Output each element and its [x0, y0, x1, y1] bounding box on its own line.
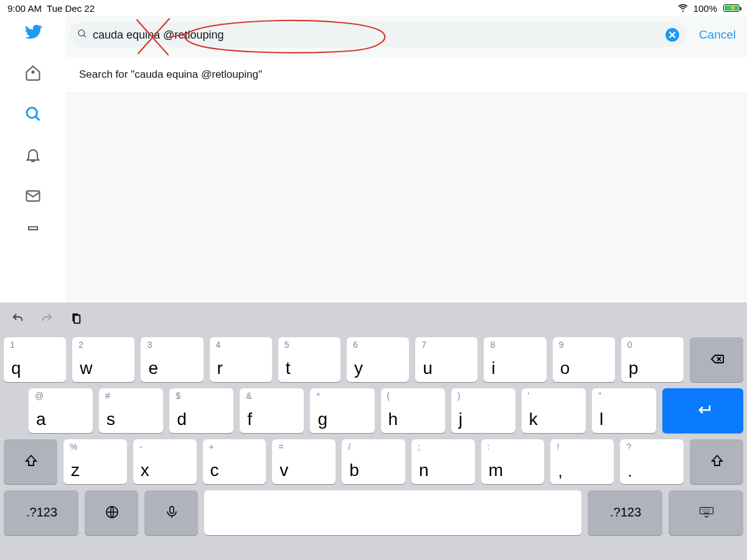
key-dictation[interactable] — [144, 490, 198, 535]
status-bar: 9:00 AM Tue Dec 22 100% ⚡ — [0, 0, 747, 16]
key-enter[interactable] — [662, 388, 743, 433]
svg-rect-9 — [74, 315, 80, 324]
clear-input-icon[interactable] — [665, 28, 679, 42]
battery-icon: ⚡ — [722, 4, 740, 12]
key-j[interactable]: )j — [451, 388, 515, 433]
key-g[interactable]: *g — [310, 388, 374, 433]
battery-percent: 100% — [693, 3, 717, 14]
bookmarks-icon[interactable] — [24, 224, 42, 243]
key-z[interactable]: %z — [63, 439, 127, 484]
search-suggestion[interactable]: Search for "cauda equina @retlouping" — [65, 57, 747, 93]
key-f[interactable]: &f — [240, 388, 304, 433]
key-space[interactable] — [204, 490, 581, 535]
key-l[interactable]: "l — [592, 388, 656, 433]
key-t[interactable]: 5t — [278, 337, 341, 382]
key-globe[interactable] — [85, 490, 138, 535]
key-a[interactable]: @a — [29, 388, 93, 433]
key-shift-right[interactable] — [690, 439, 743, 484]
search-icon — [77, 28, 88, 42]
status-time: 9:00 AM — [7, 3, 42, 14]
onscreen-keyboard: 1q2w3e4r5t6y7u8i9o0p @a#s$d&f*g(h)j'k"l … — [0, 302, 747, 560]
key-w[interactable]: 2w — [72, 337, 134, 382]
key-i[interactable]: 8i — [484, 337, 546, 382]
cancel-button[interactable]: Cancel — [699, 28, 736, 42]
key-v[interactable]: =v — [272, 439, 336, 484]
search-topbar: Cancel — [65, 16, 747, 57]
svg-point-4 — [78, 30, 85, 36]
key-q[interactable]: 1q — [4, 337, 66, 382]
undo-icon[interactable] — [11, 312, 25, 325]
key-d[interactable]: $d — [169, 388, 233, 433]
key-m[interactable]: :m — [481, 439, 545, 484]
key-r[interactable]: 4r — [210, 337, 272, 382]
search-input[interactable] — [93, 29, 660, 42]
wifi-icon — [677, 2, 688, 15]
key-y[interactable]: 6y — [347, 337, 409, 382]
key-o[interactable]: 9o — [553, 337, 615, 382]
key-p[interactable]: 0p — [621, 337, 684, 382]
key-numbers-left[interactable]: .?123 — [4, 490, 78, 535]
key-u[interactable]: 7u — [415, 337, 477, 382]
key-dismiss-keyboard[interactable] — [669, 490, 743, 535]
svg-rect-13 — [170, 506, 174, 513]
clipboard-icon[interactable] — [68, 312, 82, 325]
redo-icon[interactable] — [40, 312, 54, 325]
svg-point-1 — [27, 108, 37, 118]
notifications-icon[interactable] — [24, 146, 42, 164]
home-icon[interactable] — [24, 63, 42, 82]
key-backspace[interactable] — [690, 337, 743, 382]
key-c[interactable]: +c — [203, 439, 266, 484]
key-x[interactable]: -x — [133, 439, 197, 484]
key-h[interactable]: (h — [381, 388, 445, 433]
key-s[interactable]: #s — [99, 388, 163, 433]
search-nav-icon[interactable] — [24, 105, 42, 123]
key-.[interactable]: ?. — [620, 439, 684, 484]
twitter-logo-icon[interactable] — [24, 22, 42, 41]
key-shift-left[interactable] — [4, 439, 57, 484]
key-,[interactable]: !, — [550, 439, 614, 484]
key-numbers-right[interactable]: .?123 — [588, 490, 662, 535]
key-b[interactable]: /b — [342, 439, 405, 484]
keyboard-toolbar — [0, 302, 747, 335]
svg-line-2 — [35, 116, 39, 120]
svg-point-0 — [32, 71, 34, 73]
messages-icon[interactable] — [24, 187, 42, 205]
key-n[interactable]: ;n — [411, 439, 475, 484]
search-field-wrap[interactable] — [69, 22, 687, 47]
status-date: Tue Dec 22 — [47, 3, 95, 14]
svg-line-5 — [83, 35, 86, 37]
key-e[interactable]: 3e — [141, 337, 203, 382]
key-k[interactable]: 'k — [522, 388, 586, 433]
